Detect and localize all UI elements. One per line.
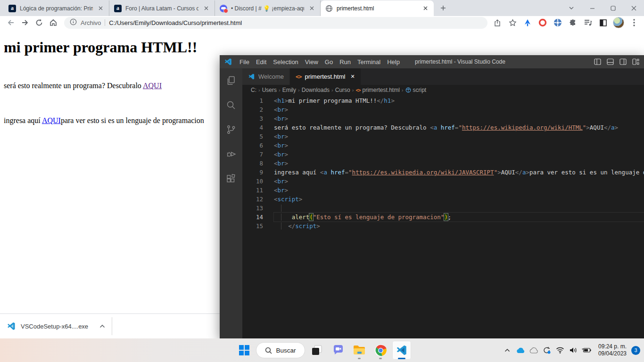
cloud-icon[interactable] <box>528 343 540 357</box>
run-debug-icon[interactable] <box>224 148 238 161</box>
notification-badge[interactable]: 3 <box>631 346 640 355</box>
source-control-icon[interactable] <box>224 123 238 136</box>
tab-close-icon[interactable] <box>202 5 210 12</box>
code-line[interactable]: 13 <box>242 204 644 213</box>
tab-close-icon[interactable]: ✕ <box>350 74 355 80</box>
code-line[interactable]: 6<br> <box>242 141 644 150</box>
windows-logo-icon <box>239 345 250 356</box>
menu-view[interactable]: View <box>302 55 322 68</box>
code-line[interactable]: 2<br> <box>242 105 644 114</box>
start-button[interactable] <box>235 341 254 360</box>
chrome-button[interactable] <box>371 341 390 360</box>
extension-red-ring-icon[interactable] <box>537 17 548 28</box>
tab-discord[interactable]: • Discord | # 💡 ¡empieza-aqui | C <box>215 0 321 16</box>
address-bar[interactable]: Archivo C:/Users/Emily/Downloads/Curso/p… <box>64 17 487 29</box>
minimize-button[interactable] <box>582 0 603 16</box>
tab-primertest[interactable]: primertest.html <box>321 0 434 16</box>
extension-blue-arrow-icon[interactable] <box>522 17 533 28</box>
breadcrumb-item[interactable]: C: <box>251 87 256 93</box>
code-line[interactable]: 12<script> <box>242 195 644 204</box>
shelf-divider <box>112 317 112 335</box>
onedrive-icon[interactable] <box>514 343 527 357</box>
home-icon[interactable] <box>47 16 59 29</box>
breadcrumb-item[interactable]: Downloads <box>302 87 330 93</box>
code-line[interactable]: 8<br> <box>242 159 644 168</box>
chevron-right-icon: › <box>352 87 354 93</box>
menu-file[interactable]: File <box>236 55 253 68</box>
customize-layout-icon[interactable] <box>632 58 639 65</box>
toggle-secondary-sidebar-icon[interactable] <box>619 58 627 65</box>
code-line[interactable]: 14 alert("Esto sí es lenguaje de program… <box>242 213 644 222</box>
extensions-puzzle-icon[interactable] <box>568 17 578 28</box>
code-line[interactable]: 15 </script> <box>242 222 644 230</box>
taskbar-clock[interactable]: 09:24 p. m. 09/04/2023 <box>598 343 627 357</box>
chrome-chevron-down-icon[interactable] <box>561 0 582 16</box>
code-line[interactable]: 7<br> <box>242 150 644 159</box>
code-line[interactable]: 5<br> <box>242 132 644 141</box>
tab-alura-foro[interactable]: a Foro | Alura Latam - Cursos onlin <box>109 0 215 16</box>
taskbar-search[interactable]: Buscar <box>256 342 305 358</box>
vscode-window: File Edit Selection View Go Run Terminal… <box>220 55 644 338</box>
menu-selection[interactable]: Selection <box>270 55 301 68</box>
breadcrumb-item[interactable]: primertest.html <box>362 87 399 93</box>
menu-terminal[interactable]: Terminal <box>354 55 384 68</box>
code-line[interactable]: 4será esto realmente un programa? Descub… <box>242 123 644 132</box>
info-icon[interactable] <box>70 18 77 27</box>
toggle-panel-icon[interactable] <box>607 58 614 65</box>
breadcrumb-item[interactable]: script <box>413 87 427 93</box>
link-aqui-javascript[interactable]: AQUI <box>42 116 61 124</box>
tab-close-icon[interactable] <box>308 5 315 12</box>
tab-close-icon[interactable] <box>421 5 429 12</box>
extension-playlist-icon[interactable] <box>583 17 593 28</box>
menu-go[interactable]: Go <box>322 55 336 68</box>
breadcrumb-item[interactable]: Emily <box>282 87 296 93</box>
bookmark-star-icon[interactable] <box>507 17 518 28</box>
explorer-icon[interactable] <box>224 74 238 87</box>
tab-close-icon[interactable] <box>97 5 104 12</box>
code-line[interactable]: 3<br> <box>242 114 644 123</box>
reload-icon[interactable] <box>33 16 45 29</box>
extension-blue-wheel-icon[interactable] <box>553 17 563 28</box>
tab-alura-logica[interactable]: a Lógica de programación: Primero <box>4 0 109 16</box>
volume-icon[interactable] <box>567 343 579 357</box>
link-aqui-html[interactable]: AQUI <box>143 82 162 90</box>
code-line[interactable]: 11<br> <box>242 186 644 195</box>
toggle-sidebar-icon[interactable] <box>594 58 601 65</box>
tab-primertest-editor[interactable]: <> primertest.html ✕ <box>290 68 361 85</box>
extensions-icon[interactable] <box>224 172 238 185</box>
breadcrumb-item[interactable]: Users <box>262 87 277 93</box>
maximize-button[interactable] <box>603 0 623 16</box>
new-tab-button[interactable] <box>437 1 450 15</box>
task-view-button[interactable] <box>307 341 326 360</box>
extension-dark-square-icon[interactable] <box>598 17 608 28</box>
address-url[interactable]: C:/Users/Emily/Downloads/Curso/primertes… <box>109 19 242 26</box>
close-button[interactable] <box>623 0 644 16</box>
code-line[interactable]: 10<br> <box>242 177 644 186</box>
code-line[interactable]: 1<h1>mi primer programa HTML!!</h1> <box>242 96 644 105</box>
search-icon[interactable] <box>224 99 238 112</box>
tray-chevron-up-icon[interactable] <box>501 343 513 357</box>
chat-button[interactable] <box>329 341 347 360</box>
tab-welcome[interactable]: Welcome <box>242 68 290 85</box>
wifi-icon[interactable] <box>554 343 566 357</box>
sync-icon[interactable] <box>541 343 553 357</box>
code-line[interactable]: 9ingresa aquí <a href="https://es.wikipe… <box>242 168 644 177</box>
line-number: 8 <box>242 159 263 168</box>
back-icon[interactable] <box>5 16 17 29</box>
code-area[interactable]: 1<h1>mi primer programa HTML!!</h1>2<br>… <box>242 95 644 338</box>
forward-icon[interactable] <box>19 16 31 29</box>
battery-icon[interactable] <box>580 343 593 357</box>
menu-help[interactable]: Help <box>384 55 403 68</box>
menu-run[interactable]: Run <box>336 55 354 68</box>
share-icon[interactable] <box>492 17 503 28</box>
file-explorer-button[interactable] <box>350 341 369 360</box>
menu-kebab-icon[interactable] <box>629 17 639 28</box>
task-view-icon <box>311 344 323 356</box>
profile-avatar[interactable] <box>613 17 624 28</box>
menu-edit[interactable]: Edit <box>253 55 270 68</box>
vscode-taskbar-button[interactable] <box>392 341 411 360</box>
download-filename: VSCodeSetup-x64....exe <box>21 323 88 330</box>
breadcrumb-item[interactable]: Curso <box>335 87 350 93</box>
download-item[interactable]: VSCodeSetup-x64....exe <box>7 319 105 334</box>
download-caret-icon[interactable] <box>99 324 105 328</box>
